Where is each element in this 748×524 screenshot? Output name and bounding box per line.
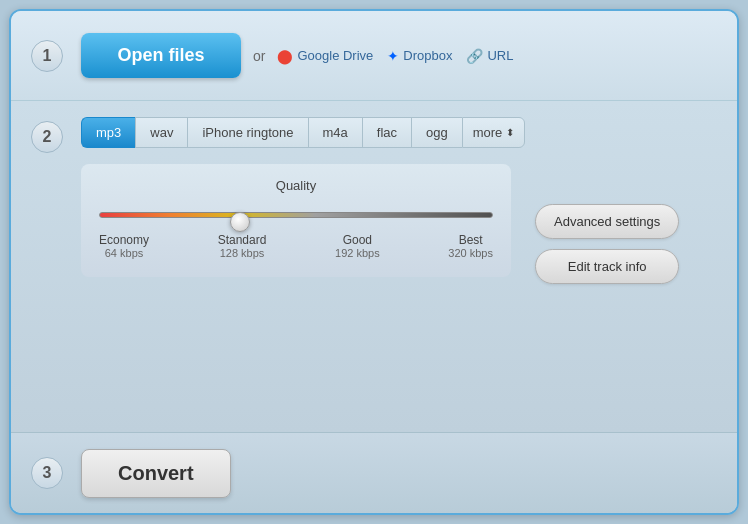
section-open-files: 1 Open files or ⬤ Google Drive ✦ Dropbox… <box>11 11 737 101</box>
edit-track-info-button[interactable]: Edit track info <box>535 249 679 284</box>
tab-ogg[interactable]: ogg <box>411 117 462 148</box>
open-files-button[interactable]: Open files <box>81 33 241 78</box>
tab-wav[interactable]: wav <box>135 117 187 148</box>
quality-slider[interactable] <box>99 212 493 218</box>
quality-title: Quality <box>99 178 493 193</box>
step-3-circle: 3 <box>31 457 63 489</box>
slider-wrap <box>99 203 493 227</box>
tab-flac[interactable]: flac <box>362 117 411 148</box>
cloud-links: ⬤ Google Drive ✦ Dropbox 🔗 URL <box>277 48 513 64</box>
tab-m4a[interactable]: m4a <box>308 117 362 148</box>
right-buttons: Advanced settings Edit track info <box>535 204 679 284</box>
format-tabs: mp3 wav iPhone ringtone m4a flac ogg mor… <box>81 117 717 148</box>
main-frame: 1 Open files or ⬤ Google Drive ✦ Dropbox… <box>9 9 739 515</box>
quality-markers: Economy 64 kbps Standard 128 kbps Good 1… <box>99 233 493 259</box>
section-format-quality: 2 mp3 wav iPhone ringtone m4a flac ogg m… <box>11 101 737 433</box>
marker-economy: Economy 64 kbps <box>99 233 149 259</box>
url-icon: 🔗 <box>466 48 483 64</box>
google-drive-link[interactable]: ⬤ Google Drive <box>277 48 373 64</box>
tab-mp3[interactable]: mp3 <box>81 117 135 148</box>
quality-row: Quality Economy 64 kbps Standard 128 kbp… <box>81 164 717 284</box>
marker-good: Good 192 kbps <box>335 233 380 259</box>
chevron-icon: ⬍ <box>506 127 514 138</box>
marker-best: Best 320 kbps <box>448 233 493 259</box>
marker-standard: Standard 128 kbps <box>218 233 267 259</box>
more-label: more <box>473 125 503 140</box>
google-drive-icon: ⬤ <box>277 48 293 64</box>
quality-area: Quality Economy 64 kbps Standard 128 kbp… <box>81 164 511 277</box>
step-2-circle: 2 <box>31 121 63 153</box>
url-link[interactable]: 🔗 URL <box>466 48 513 64</box>
tab-iphone-ringtone[interactable]: iPhone ringtone <box>187 117 307 148</box>
step-1-circle: 1 <box>31 40 63 72</box>
advanced-settings-button[interactable]: Advanced settings <box>535 204 679 239</box>
tab-more[interactable]: more ⬍ <box>462 117 526 148</box>
convert-button[interactable]: Convert <box>81 449 231 498</box>
section-convert: 3 Convert <box>11 433 737 513</box>
dropbox-icon: ✦ <box>387 48 399 64</box>
middle-content: mp3 wav iPhone ringtone m4a flac ogg mor… <box>81 117 717 284</box>
dropbox-link[interactable]: ✦ Dropbox <box>387 48 452 64</box>
or-text: or <box>253 48 265 64</box>
